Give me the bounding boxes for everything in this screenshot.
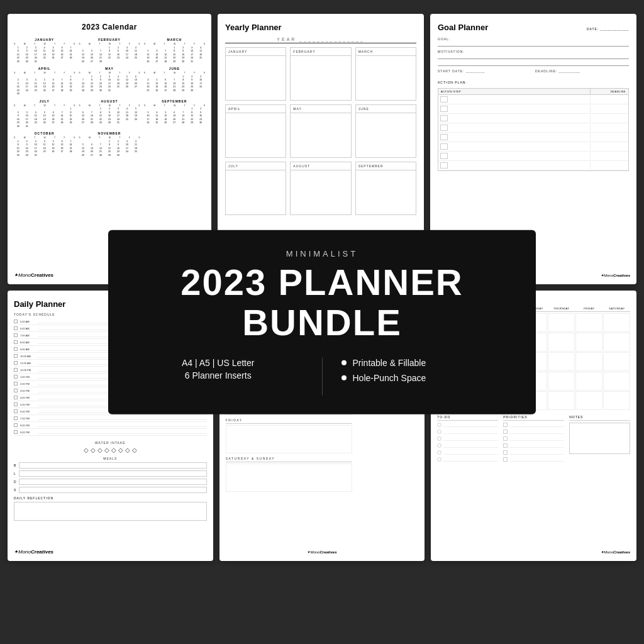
brand-creatives: Creatives [31,272,53,278]
overlay-title: 2023 PLANNERBUNDLE [133,262,511,343]
meal-lunch: L [14,470,207,477]
meals-section: MEALS B L D S [14,457,207,493]
cal-april: APRIL SMTWTFS 1 2345678 9101112131415 16… [14,67,75,96]
feature-punch-text: Hole-Punch Space [353,372,426,382]
goal-row-7 [438,152,628,161]
yearly-grid: JANUARY FEBRUARY MARCH APRIL MAY [225,47,416,215]
goal-row-2 [438,104,628,114]
weekly-friday: FRIDAY [226,418,353,453]
cal-october: OCTOBER SMTWTFS 1234567 891011121314 151… [14,131,75,157]
priorities-col: PRIORITIES [503,415,564,464]
yearly-title: Yearly Planner [225,23,416,32]
notes-col: NOTES [569,415,630,464]
action-plan-label: ACTION PLAN: [438,80,629,84]
reflection-box [14,502,207,521]
monthly-notes-label: NOTES [569,415,630,421]
meals-label: MEALS [14,457,207,460]
goal-row-3 [438,114,628,123]
weekly-saturday-sunday: SATURDAY & SUNDAY [226,457,353,492]
monthly-brand: ✦MonoCreatives [601,549,630,555]
main-container: 2023 Calendar JANUARY SMTWTFS 1234567 89… [8,14,636,630]
overlay-subtitle: MINIMALIST [133,249,511,258]
yearly-feb: FEBRUARY [290,47,351,101]
cal-january: JANUARY SMTWTFS 1234567 891011121314 151… [14,38,75,63]
reflection-label: DAILY REFLECTION [14,496,207,500]
goal-title: Goal Planner [438,23,488,32]
goal-brand: ✦MonoCreatives [601,272,630,278]
overlay-right-features: Printable & Fillable Hole-Punch Space [341,357,511,387]
yearly-apr: APRIL [225,104,286,158]
calendar-title: 2023 Calendar [14,23,205,31]
monthly-notes-box [569,423,630,454]
bullet-icon-2 [341,375,347,380]
cal-august: AUGUST SMTWTFS 12345 6789101112 13141516… [79,99,140,128]
year-line: YEAR _______________ [225,37,416,43]
priorities-label: PRIORITIES [503,415,564,421]
goal-row-5 [438,133,628,142]
goal-row-4 [438,123,628,133]
cal-february: FEBRUARY SMTWTFS 1234 567891011 12131415… [79,38,140,63]
goal-row-1 [438,95,628,104]
brand-mono: ✦Mono [14,272,31,278]
cal-may: MAY SMTWTFS 123456 78910111213 141516171… [79,67,140,96]
water-label: WATER INTAKE [14,441,207,445]
yearly-may: MAY [290,104,351,158]
overlay-left-features: A4 | A5 | US Letter 6 Planner Inserts [133,357,303,382]
overlay-banner: MINIMALIST 2023 PLANNERBUNDLE A4 | A5 | … [108,230,536,414]
feature-punch: Hole-Punch Space [341,372,511,382]
calendar-brand: ✦MonoCreatives [14,272,53,278]
feature-inserts: 6 Planner Inserts [133,370,303,380]
time-900pm: 9:00 PM [14,429,207,436]
yearly-sep: SEPTEMBER [355,162,416,215]
yearly-aug: AUGUST [290,162,351,215]
goal-field-dates: START DATE: ________ DEADLINE: _________ [438,69,629,77]
feature-printable-text: Printable & Fillable [353,357,426,367]
water-section: WATER INTAKE ◇ ◇ ◇ ◇ ◇ ◇ ◇ ◇ [14,441,207,453]
cal-march: MARCH SMTWTFS 1234 567891011 12131415161… [144,38,205,63]
yearly-mar: MARCH [355,47,416,101]
meal-dinner: D [14,479,207,485]
overlay-features: A4 | A5 | US Letter 6 Planner Inserts Pr… [133,357,511,395]
water-drops: ◇ ◇ ◇ ◇ ◇ ◇ ◇ ◇ [14,447,207,453]
feature-a4: A4 | A5 | US Letter [133,357,303,367]
cal-july: JULY SMTWTFS 1 2345678 9101112131415 161… [14,99,75,128]
meal-snacks: S [14,487,207,493]
calendar-grid: JANUARY SMTWTFS 1234567 891011121314 151… [14,38,205,157]
meal-breakfast: B [14,462,207,469]
todo-priorities: TO-DO PRIORITIES [437,415,630,464]
yearly-jun: JUNE [355,104,416,158]
yearly-jul: JULY [225,162,286,215]
features-divider [322,357,323,395]
goal-field-motivation: MOTIVATION: [438,50,629,66]
cal-september: SEPTEMBER SMTWTFS 12 3456789 10111213141… [144,99,205,128]
todo-col: TO-DO [437,415,498,464]
cal-june: JUNE SMTWTFS 123 45678910 11121314151617… [144,67,205,96]
goal-field-goal: GOAL: [438,37,629,47]
goal-action-table: ACTION STEP DEADLINE [438,88,629,171]
feature-printable: Printable & Fillable [341,357,511,367]
cal-november: NOVEMBER SMTWTFS 1234 567891011 12131415… [79,131,140,157]
yearly-jan: JANUARY [225,47,286,101]
bullet-icon [341,360,347,365]
goal-row-8 [438,161,628,170]
daily-brand: ✦MonoCreatives [14,549,53,555]
time-800pm: 8:00 PM [14,422,207,429]
weekly-brand: ✦MonoCreatives [307,549,336,555]
goal-row-6 [438,142,628,152]
time-700pm: 7:00 PM [14,415,207,422]
todo-label: TO-DO [437,415,498,421]
goal-date-field: DATE: ____________ [587,27,629,31]
